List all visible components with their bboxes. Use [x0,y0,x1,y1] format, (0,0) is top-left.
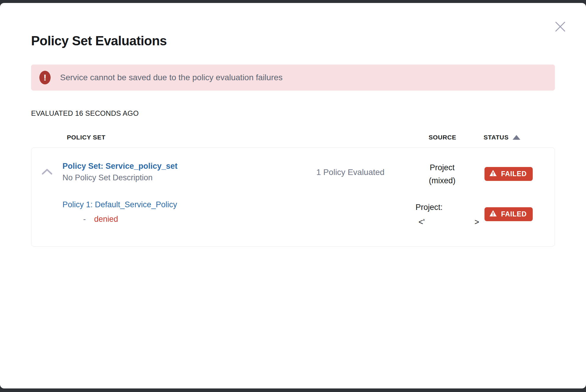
close-icon [554,21,566,33]
policy-link[interactable]: Policy 1: Default_Service_Policy [62,200,177,210]
sort-caret-up-icon [513,135,520,140]
policy-set-description: No Policy Set Description [62,173,296,183]
status-badge-label: FAILED [501,210,527,218]
policies-evaluated-count: 1 Policy Evaluated [296,161,405,177]
chevron-up-icon [41,172,53,176]
column-header-source: SOURCE [405,134,479,141]
source-line-2: <' > [416,214,479,229]
policy-denied-label: denied [94,214,118,224]
policy-cell: Policy 1: Default_Service_Policy - denie… [62,200,296,224]
table-row: Policy 1: Default_Service_Policy - denie… [31,200,555,229]
status-badge-label: FAILED [501,170,527,178]
policy-set-link[interactable]: Policy Set: Service_policy_set [62,161,178,171]
warning-triangle-icon [489,170,497,178]
policy-set-evaluations-modal: Policy Set Evaluations ! Service cannot … [0,3,586,388]
status-badge: FAILED [484,167,533,181]
error-banner-message: Service cannot be saved due to the polic… [60,73,283,82]
evaluation-card: Policy Set: Service_policy_set No Policy… [31,147,555,247]
close-button[interactable] [554,21,566,33]
warning-triangle-icon [489,210,497,219]
source-cell: Project: <' > [405,200,479,229]
source-bracket-left: <' [418,216,425,229]
collapse-row-button[interactable] [41,168,53,176]
source-line-1: Project [405,161,479,174]
evaluated-timestamp: EVALUATED 16 SECONDS AGO [31,109,555,118]
column-header-status[interactable]: STATUS [479,134,555,141]
table-row: Policy Set: Service_policy_set No Policy… [31,161,555,187]
status-badge: FAILED [484,207,533,221]
source-cell: Project (mixed) [405,161,479,187]
page-title: Policy Set Evaluations [31,33,555,48]
detail-bullet: - [83,214,86,224]
policy-set-cell: Policy Set: Service_policy_set No Policy… [62,161,296,183]
source-bracket-right: > [474,216,479,229]
exclamation-circle-icon: ! [39,71,51,84]
error-banner: ! Service cannot be saved due to the pol… [31,65,555,91]
column-header-status-label: STATUS [484,134,508,141]
table-header-row: POLICY SET SOURCE STATUS [31,134,555,141]
source-line-1: Project: [416,201,479,214]
source-line-2: (mixed) [405,174,479,187]
column-header-policy-set: POLICY SET [62,134,296,141]
